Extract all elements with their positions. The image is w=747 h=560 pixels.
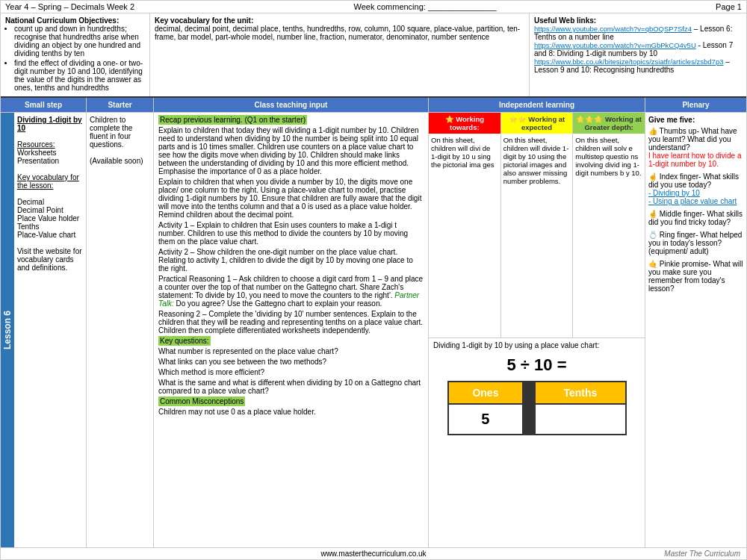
link-2[interactable]: https://www.youtube.com/watch?v=mGbPkCQ4… xyxy=(534,41,696,49)
nc-objective-1: count up and down in hundredths; recogni… xyxy=(14,25,145,57)
ind-towards-text: On this sheet, children will divi de 1-d… xyxy=(429,134,501,337)
vocab-place-value: Place Value holder xyxy=(17,214,83,223)
place-value-chart: Ones Tenths 5 xyxy=(447,381,627,435)
middle-icon: 🤞 xyxy=(648,210,657,218)
plenary-intro: Give me five: xyxy=(648,116,743,124)
key-vocab-unit-label: Key vocabulary for the unit: xyxy=(155,16,524,25)
week-commencing: Week commencing: _______________ xyxy=(353,2,496,11)
kq-1: What number is represented on the place … xyxy=(158,347,424,355)
pvc-cell-tenths xyxy=(535,404,625,435)
resources-label: Resources: xyxy=(17,140,83,149)
vocab-decimal-point: Decimal Point xyxy=(17,206,83,214)
ind-header-greater: ⭐⭐⭐ Working at Greater depth: xyxy=(573,113,645,134)
footer-logo: Master The Curriculum xyxy=(427,550,740,558)
ct-para-3: Activity 1 – Explain to children that Es… xyxy=(158,221,424,246)
resource-2: Presentation xyxy=(17,157,83,165)
ind-expected-text: On this sheet, children will divide 1-di… xyxy=(501,134,574,337)
independent-col: ⭐ Working towards: ⭐⭐ Working at expecte… xyxy=(429,113,645,547)
kq-3: Which method is more efficient? xyxy=(158,368,424,376)
ct-para-4: Activity 2 – Show children the one-digit… xyxy=(158,248,424,273)
pvc-header-ones: Ones xyxy=(448,382,524,404)
index-icon: ☝️ xyxy=(648,172,657,181)
key-vocab-unit-text: decimal, decimal point, decimal place, t… xyxy=(155,25,524,41)
middle-label: Middle finger- What skills did you find … xyxy=(648,210,743,226)
col-header-class-teaching: Class teaching input xyxy=(154,98,429,112)
nc-objectives-label: National Curriculum Objectives: xyxy=(5,16,145,25)
ct-para-2: Explain to children that when you divide… xyxy=(158,178,424,219)
lesson-label: Lesson 6 xyxy=(2,311,13,349)
chart-desc: Dividing 1-digit by 10 by using a place … xyxy=(433,341,640,349)
col-header-small-step: Small step xyxy=(1,98,87,112)
thumb-link: I have learnt how to divide a 1-digit nu… xyxy=(648,152,742,168)
class-teaching-col: Recap previous learning. (Q1 on the star… xyxy=(154,113,429,547)
col-header-starter: Starter xyxy=(87,98,154,112)
starter-col: Children to complete the fluent in four … xyxy=(87,113,154,547)
page-number: Page 1 xyxy=(716,2,742,11)
small-step-col: Dividing 1-digit by 10 Resources: Worksh… xyxy=(14,113,87,547)
partner-talk-label: Partner Talk: xyxy=(158,291,419,308)
pinkie-label: Pinkie promise- What will you make sure … xyxy=(648,260,743,293)
resource-1: Worksheets xyxy=(17,149,83,157)
ct-para-6: Reasoning 2 – Complete the 'dividing by … xyxy=(158,310,424,335)
thumb-icon: 👍 xyxy=(648,127,657,135)
plenary-col: Give me five: 👍 Thumbs up- What have you… xyxy=(645,113,746,547)
index-link1: - Dividing by 10 xyxy=(648,189,700,197)
pvc-header-tenths: Tenths xyxy=(535,382,625,404)
vocab-chart: Place-Value chart xyxy=(17,231,83,239)
key-vocab-lesson-label: Key vocabulary for the lesson: xyxy=(17,173,83,190)
recap-highlight: Recap previous learning. (Q1 on the star… xyxy=(158,115,307,125)
ind-header-towards: ⭐ Working towards: xyxy=(429,113,501,134)
col-header-plenary: Plenary xyxy=(645,98,746,112)
ring-label: Ring finger- What helped you in today's … xyxy=(648,231,742,255)
nc-objective-2: find the effect of dividing a one- or tw… xyxy=(14,59,145,92)
ind-header-expected: ⭐⭐ Working at expected xyxy=(501,113,574,134)
thumb-label: Thumbs up- What have you learnt? What di… xyxy=(648,127,737,152)
ct-para-1: Explain to children that today they will… xyxy=(158,126,424,175)
starter-text1: Children to complete the fluent in four … xyxy=(90,116,150,149)
ring-icon: 💍 xyxy=(648,231,657,239)
kq-2: What links can you see between the two m… xyxy=(158,358,424,366)
visit-note: Visit the website for vocabulary cards a… xyxy=(17,247,83,272)
starter-text2: (Available soon) xyxy=(90,157,150,165)
kq-4: What is the same and what is different w… xyxy=(158,379,424,395)
link-3[interactable]: https://www.bbc.co.uk/bitesize/topics/zs… xyxy=(534,57,723,66)
equation: 5 ÷ 10 = xyxy=(433,355,640,375)
misconceptions-text: Children may not use 0 as a place value … xyxy=(158,408,424,416)
index-label: Index finger- What skills did you use to… xyxy=(648,172,739,189)
key-questions-label: Key questions: xyxy=(158,336,211,346)
vocab-tenths: Tenths xyxy=(17,223,83,231)
col-header-independent: Independent learning xyxy=(429,98,645,112)
pinkie-icon: 🤙 xyxy=(648,260,657,268)
pvc-cell-ones: 5 xyxy=(448,404,524,435)
link-1[interactable]: https://www.youtube.com/watch?v=qbOQSP7S… xyxy=(534,25,692,33)
ct-para-5: Practical Reasoning 1 – Ask children to … xyxy=(158,275,424,308)
useful-links-label: Useful Web links: xyxy=(534,16,742,25)
vocab-decimal: Decimal xyxy=(17,198,83,206)
footer-url: www.masterthecurriculum.co.uk xyxy=(320,550,426,558)
index-link2: - Using a place value chart xyxy=(648,197,737,205)
misconceptions-highlight: Common Misconceptions xyxy=(158,396,245,406)
ind-greater-text: On this sheet, children will solv e mult… xyxy=(573,134,645,337)
small-step-title: Dividing 1-digit by 10 xyxy=(17,116,83,132)
page-title: Year 4 – Spring – Decimals Week 2 xyxy=(5,2,134,11)
